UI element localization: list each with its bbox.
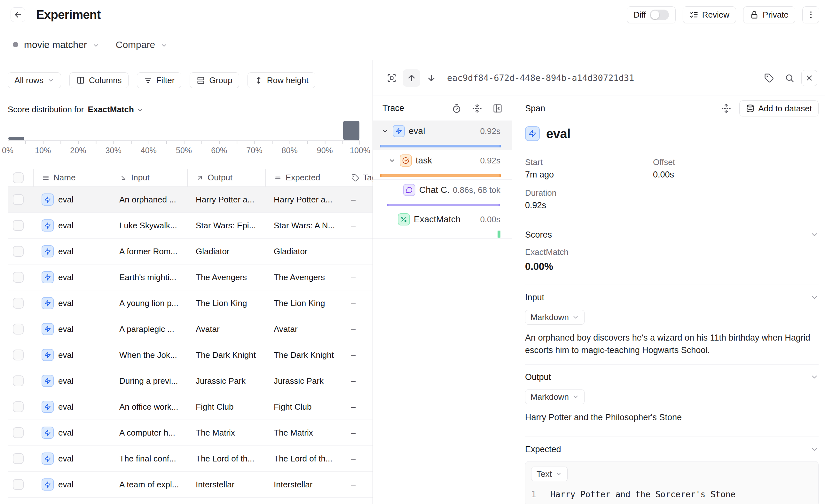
input-section-header[interactable]: Input xyxy=(525,285,819,303)
output-format-dropdown[interactable]: Markdown xyxy=(525,389,585,404)
start-value: 7m ago xyxy=(525,170,653,180)
expand-vertical-icon[interactable] xyxy=(722,103,731,113)
row-checkbox[interactable] xyxy=(13,427,24,438)
row-checkbox[interactable] xyxy=(13,220,24,231)
span-duration: 0.92s xyxy=(480,126,501,136)
table-row[interactable]: eval A young lion p... The Lion King The… xyxy=(8,290,373,316)
tag-icon[interactable] xyxy=(760,69,778,87)
columns-button[interactable]: Columns xyxy=(69,72,129,88)
axis-tick-label: 40% xyxy=(141,146,157,155)
trace-tree: Trace xyxy=(373,96,512,504)
output-section-header[interactable]: Output xyxy=(525,365,819,382)
trace-id: eac9df84-672d-448e-894b-a14d30721d31 xyxy=(447,73,758,83)
panel-left-icon[interactable] xyxy=(493,103,502,113)
trace-row-exactmatch[interactable]: ExactMatch 0.00s xyxy=(373,209,512,238)
chevron-down-icon[interactable] xyxy=(381,127,389,135)
project-selector[interactable]: movie matcher xyxy=(24,39,87,50)
trace-row-task[interactable]: task 0.92s xyxy=(373,150,512,180)
table-row[interactable]: eval During a previ... Jurassic Park Jur… xyxy=(8,368,373,394)
expected-format-dropdown[interactable]: Text xyxy=(531,466,568,481)
row-checkbox[interactable] xyxy=(13,375,24,386)
focus-icon[interactable] xyxy=(383,69,400,87)
row-checkbox[interactable] xyxy=(13,298,24,309)
table-row[interactable]: eval When the Jok... The Dark Knight The… xyxy=(8,342,373,368)
axis-tick-label: 50% xyxy=(176,146,192,155)
page-title: Experiment xyxy=(36,8,101,22)
row-tags: – xyxy=(351,246,356,257)
close-panel-button[interactable] xyxy=(801,70,817,86)
row-input: A team of expl... xyxy=(119,480,179,490)
row-checkbox[interactable] xyxy=(13,272,24,283)
row-name: eval xyxy=(58,480,74,490)
collapse-vertical-icon[interactable] xyxy=(472,103,482,113)
table-row[interactable]: eval An office work... Fight Club Fight … xyxy=(8,394,373,420)
private-button[interactable]: Private xyxy=(743,6,795,23)
diff-toggle-switch[interactable] xyxy=(650,10,669,20)
row-input: An orphaned ... xyxy=(119,195,176,205)
column-header-output[interactable]: Output xyxy=(188,169,266,187)
table-row[interactable]: eval Earth's mighti... The Avengers The … xyxy=(8,265,373,290)
expected-section-header[interactable]: Expected xyxy=(525,437,819,455)
database-icon xyxy=(746,104,754,113)
filter-button[interactable]: Filter xyxy=(137,72,181,88)
histogram-bar-100pct[interactable] xyxy=(343,121,359,140)
row-checkbox[interactable] xyxy=(13,323,24,335)
table-row[interactable]: eval A former Rom... Gladiator Gladiator… xyxy=(8,238,373,265)
search-icon[interactable] xyxy=(781,69,798,87)
column-header-name[interactable]: Name xyxy=(33,169,111,187)
row-checkbox[interactable] xyxy=(13,401,24,412)
row-name: eval xyxy=(58,454,74,464)
row-checkbox[interactable] xyxy=(13,246,24,257)
table-row[interactable]: eval An orphaned ... Harry Potter a... H… xyxy=(8,187,373,213)
score-metric-name: ExactMatch xyxy=(88,104,134,115)
axis-tick-label: 0% xyxy=(2,146,13,155)
span-name: Chat C... xyxy=(419,185,449,195)
scores-section-header[interactable]: Scores xyxy=(525,222,819,240)
next-row-button[interactable] xyxy=(423,69,440,87)
table-row[interactable]: eval A team of expl... Interstellar Inte… xyxy=(8,472,373,498)
row-height-button[interactable]: Row height xyxy=(247,72,315,88)
row-checkbox[interactable] xyxy=(13,479,24,490)
score-distribution-selector[interactable]: Score distribution for ExactMatch xyxy=(8,104,373,115)
circle-check-icon xyxy=(400,154,412,167)
row-checkbox[interactable] xyxy=(13,350,24,360)
rows-filter-dropdown[interactable]: All rows xyxy=(8,72,61,88)
row-tags: – xyxy=(351,480,356,490)
previous-row-button[interactable] xyxy=(403,69,420,87)
diff-toggle-button[interactable]: Diff xyxy=(627,6,676,23)
row-expected: The Dark Knight xyxy=(274,350,334,360)
review-button[interactable]: Review xyxy=(683,6,736,23)
column-header-expected[interactable]: Expected xyxy=(266,169,343,187)
back-button[interactable] xyxy=(11,7,25,22)
add-to-dataset-button[interactable]: Add to dataset xyxy=(739,100,819,117)
row-expected: Fight Club xyxy=(274,402,312,412)
input-format-dropdown[interactable]: Markdown xyxy=(525,310,585,325)
column-header-input[interactable]: Input xyxy=(111,169,188,187)
chevron-down-icon[interactable] xyxy=(388,157,396,164)
row-name: eval xyxy=(58,298,74,308)
more-menu-button[interactable] xyxy=(802,6,819,23)
group-button[interactable]: Group xyxy=(190,72,239,88)
column-header-tags[interactable]: Tags xyxy=(343,169,373,187)
select-all-checkbox[interactable] xyxy=(13,172,24,183)
table-row[interactable]: eval Luke Skywalk... Star Wars: Epi... S… xyxy=(8,213,373,238)
row-checkbox[interactable] xyxy=(13,194,24,205)
table-row[interactable]: eval A paraplegic ... Avatar Avatar – xyxy=(8,316,373,342)
chevron-down-icon xyxy=(810,231,819,239)
span-detail: Span Add to dataset xyxy=(512,96,825,504)
trace-row-eval[interactable]: eval 0.92s xyxy=(373,121,512,150)
table-row[interactable]: eval The final conf... The Lord of th...… xyxy=(8,446,373,472)
offset-label: Offset xyxy=(653,157,781,167)
compare-selector[interactable]: Compare xyxy=(116,39,155,50)
axis-tick-label: 80% xyxy=(282,146,298,155)
row-tags: – xyxy=(351,454,356,464)
checklist-icon xyxy=(689,10,698,19)
row-checkbox[interactable] xyxy=(13,453,24,464)
trace-row-chat-completion[interactable]: Chat C... 0.86s, 68 tok xyxy=(373,180,512,209)
row-input: A former Rom... xyxy=(119,246,177,257)
row-expected: The Matrix xyxy=(274,428,313,438)
row-output: Harry Potter a... xyxy=(196,195,254,205)
table-row[interactable]: eval A computer h... The Matrix The Matr… xyxy=(8,420,373,446)
histogram-bar-0pct[interactable] xyxy=(8,137,24,140)
timer-icon[interactable] xyxy=(452,103,461,113)
